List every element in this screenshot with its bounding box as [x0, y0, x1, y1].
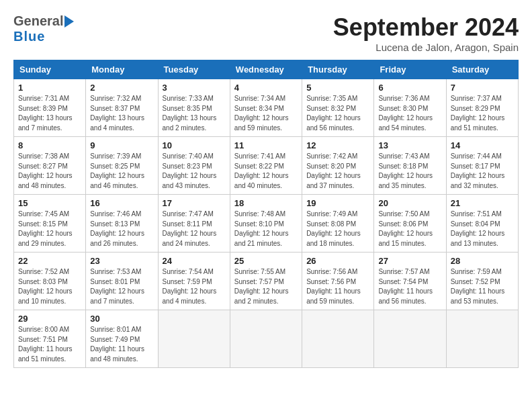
- month-title: September 2024: [333, 13, 519, 42]
- day-info: Sunrise: 7:59 AMSunset: 7:52 PMDaylight:…: [451, 267, 514, 306]
- day-info: Sunrise: 7:44 AMSunset: 8:17 PMDaylight:…: [451, 152, 514, 191]
- day-info: Sunrise: 7:57 AMSunset: 7:54 PMDaylight:…: [378, 267, 441, 306]
- day-number: 28: [451, 256, 514, 266]
- day-info: Sunrise: 8:01 AMSunset: 7:49 PMDaylight:…: [90, 325, 153, 364]
- day-number: 17: [163, 198, 226, 208]
- day-info: Sunrise: 7:45 AMSunset: 8:15 PMDaylight:…: [18, 210, 81, 248]
- day-number: 11: [234, 140, 298, 150]
- calendar-day-cell: 15Sunrise: 7:45 AMSunset: 8:15 PMDayligh…: [14, 195, 86, 253]
- calendar-day-cell: 14Sunrise: 7:44 AMSunset: 8:17 PMDayligh…: [446, 137, 518, 195]
- day-number: 16: [90, 198, 153, 208]
- location: Lucena de Jalon, Aragon, Spain: [333, 42, 519, 53]
- calendar-day-cell: 22Sunrise: 7:52 AMSunset: 8:03 PMDayligh…: [14, 253, 86, 310]
- day-info: Sunrise: 7:48 AMSunset: 8:10 PMDaylight:…: [234, 210, 298, 248]
- calendar-day-cell: 27Sunrise: 7:57 AMSunset: 7:54 PMDayligh…: [374, 253, 446, 310]
- day-number: 30: [90, 314, 153, 324]
- day-number: 14: [451, 140, 514, 150]
- calendar-day-cell: 29Sunrise: 8:00 AMSunset: 7:51 PMDayligh…: [14, 310, 86, 368]
- calendar-day-cell: 17Sunrise: 7:47 AMSunset: 8:11 PMDayligh…: [158, 195, 230, 253]
- day-info: Sunrise: 7:32 AMSunset: 8:37 PMDaylight:…: [90, 94, 153, 133]
- calendar-day-cell: 11Sunrise: 7:41 AMSunset: 8:22 PMDayligh…: [230, 137, 302, 195]
- day-number: 20: [378, 198, 441, 208]
- calendar-day-cell: 1Sunrise: 7:31 AMSunset: 8:39 PMDaylight…: [14, 79, 86, 137]
- day-number: 29: [18, 314, 81, 324]
- header-friday: Friday: [374, 60, 446, 79]
- calendar-day-cell: 18Sunrise: 7:48 AMSunset: 8:10 PMDayligh…: [230, 195, 302, 253]
- calendar-day-cell: 23Sunrise: 7:53 AMSunset: 8:01 PMDayligh…: [86, 253, 158, 310]
- calendar-week-row: 15Sunrise: 7:45 AMSunset: 8:15 PMDayligh…: [14, 195, 519, 253]
- day-info: Sunrise: 7:39 AMSunset: 8:25 PMDaylight:…: [90, 152, 153, 191]
- calendar-day-cell: 26Sunrise: 7:56 AMSunset: 7:56 PMDayligh…: [302, 253, 374, 310]
- day-info: Sunrise: 7:31 AMSunset: 8:39 PMDaylight:…: [18, 94, 81, 133]
- day-info: Sunrise: 7:50 AMSunset: 8:06 PMDaylight:…: [378, 210, 441, 248]
- day-number: 24: [163, 256, 226, 266]
- calendar-day-cell: 8Sunrise: 7:38 AMSunset: 8:27 PMDaylight…: [14, 137, 86, 195]
- calendar-day-cell: 28Sunrise: 7:59 AMSunset: 7:52 PMDayligh…: [446, 253, 518, 310]
- header-tuesday: Tuesday: [158, 60, 230, 79]
- calendar-week-row: 29Sunrise: 8:00 AMSunset: 7:51 PMDayligh…: [14, 310, 519, 368]
- day-number: 5: [306, 83, 369, 93]
- header-wednesday: Wednesday: [230, 60, 302, 79]
- day-number: 9: [90, 140, 153, 150]
- calendar-week-row: 8Sunrise: 7:38 AMSunset: 8:27 PMDaylight…: [14, 137, 519, 195]
- calendar-day-cell: [446, 310, 518, 368]
- calendar-day-cell: 19Sunrise: 7:49 AMSunset: 8:08 PMDayligh…: [302, 195, 374, 253]
- day-info: Sunrise: 7:38 AMSunset: 8:27 PMDaylight:…: [18, 152, 81, 191]
- day-info: Sunrise: 7:49 AMSunset: 8:08 PMDaylight:…: [306, 210, 369, 248]
- calendar-week-row: 22Sunrise: 7:52 AMSunset: 8:03 PMDayligh…: [14, 253, 519, 310]
- title-section: September 2024 Lucena de Jalon, Aragon, …: [333, 13, 519, 53]
- header-monday: Monday: [86, 60, 158, 79]
- calendar-day-cell: [230, 310, 302, 368]
- header-saturday: Saturday: [446, 60, 518, 79]
- calendar-header-row: Sunday Monday Tuesday Wednesday Thursday…: [14, 60, 519, 79]
- calendar-table: Sunday Monday Tuesday Wednesday Thursday…: [13, 60, 519, 368]
- day-info: Sunrise: 7:41 AMSunset: 8:22 PMDaylight:…: [234, 152, 298, 191]
- day-number: 1: [18, 83, 81, 93]
- calendar-day-cell: [158, 310, 230, 368]
- day-info: Sunrise: 7:36 AMSunset: 8:30 PMDaylight:…: [378, 94, 441, 133]
- day-number: 8: [18, 140, 81, 150]
- day-info: Sunrise: 7:54 AMSunset: 7:59 PMDaylight:…: [163, 267, 226, 306]
- day-number: 7: [451, 83, 514, 93]
- logo-arrow-icon: [64, 14, 77, 29]
- day-number: 3: [163, 83, 226, 93]
- logo-general: General: [13, 13, 63, 29]
- header-sunday: Sunday: [14, 60, 86, 79]
- day-info: Sunrise: 7:40 AMSunset: 8:23 PMDaylight:…: [163, 152, 226, 191]
- calendar-day-cell: 7Sunrise: 7:37 AMSunset: 8:29 PMDaylight…: [446, 79, 518, 137]
- day-number: 4: [234, 83, 298, 93]
- calendar-day-cell: [302, 310, 374, 368]
- day-number: 21: [451, 198, 514, 208]
- day-number: 10: [163, 140, 226, 150]
- day-info: Sunrise: 7:55 AMSunset: 7:57 PMDaylight:…: [234, 267, 298, 306]
- logo-blue: Blue: [13, 29, 77, 44]
- day-info: Sunrise: 7:56 AMSunset: 7:56 PMDaylight:…: [306, 267, 369, 306]
- day-info: Sunrise: 7:47 AMSunset: 8:11 PMDaylight:…: [163, 210, 226, 248]
- calendar-day-cell: 12Sunrise: 7:42 AMSunset: 8:20 PMDayligh…: [302, 137, 374, 195]
- calendar-day-cell: 20Sunrise: 7:50 AMSunset: 8:06 PMDayligh…: [374, 195, 446, 253]
- day-number: 25: [234, 256, 298, 266]
- day-number: 2: [90, 83, 153, 93]
- day-number: 13: [378, 140, 441, 150]
- calendar-day-cell: 3Sunrise: 7:33 AMSunset: 8:35 PMDaylight…: [158, 79, 230, 137]
- day-info: Sunrise: 7:37 AMSunset: 8:29 PMDaylight:…: [451, 94, 514, 133]
- calendar-day-cell: 13Sunrise: 7:43 AMSunset: 8:18 PMDayligh…: [374, 137, 446, 195]
- day-info: Sunrise: 7:43 AMSunset: 8:18 PMDaylight:…: [378, 152, 441, 191]
- day-number: 27: [378, 256, 441, 266]
- logo: General Blue: [13, 13, 77, 44]
- calendar-day-cell: [374, 310, 446, 368]
- day-number: 22: [18, 256, 81, 266]
- calendar-day-cell: 21Sunrise: 7:51 AMSunset: 8:04 PMDayligh…: [446, 195, 518, 253]
- day-number: 18: [234, 198, 298, 208]
- calendar-day-cell: 6Sunrise: 7:36 AMSunset: 8:30 PMDaylight…: [374, 79, 446, 137]
- day-info: Sunrise: 7:33 AMSunset: 8:35 PMDaylight:…: [163, 94, 226, 133]
- day-info: Sunrise: 7:42 AMSunset: 8:20 PMDaylight:…: [306, 152, 369, 191]
- page-header: General Blue September 2024 Lucena de Ja…: [13, 13, 519, 53]
- calendar-day-cell: 4Sunrise: 7:34 AMSunset: 8:34 PMDaylight…: [230, 79, 302, 137]
- day-info: Sunrise: 7:34 AMSunset: 8:34 PMDaylight:…: [234, 94, 298, 133]
- calendar-day-cell: 25Sunrise: 7:55 AMSunset: 7:57 PMDayligh…: [230, 253, 302, 310]
- header-thursday: Thursday: [302, 60, 374, 79]
- calendar-day-cell: 16Sunrise: 7:46 AMSunset: 8:13 PMDayligh…: [86, 195, 158, 253]
- day-info: Sunrise: 7:51 AMSunset: 8:04 PMDaylight:…: [451, 210, 514, 248]
- calendar-day-cell: 30Sunrise: 8:01 AMSunset: 7:49 PMDayligh…: [86, 310, 158, 368]
